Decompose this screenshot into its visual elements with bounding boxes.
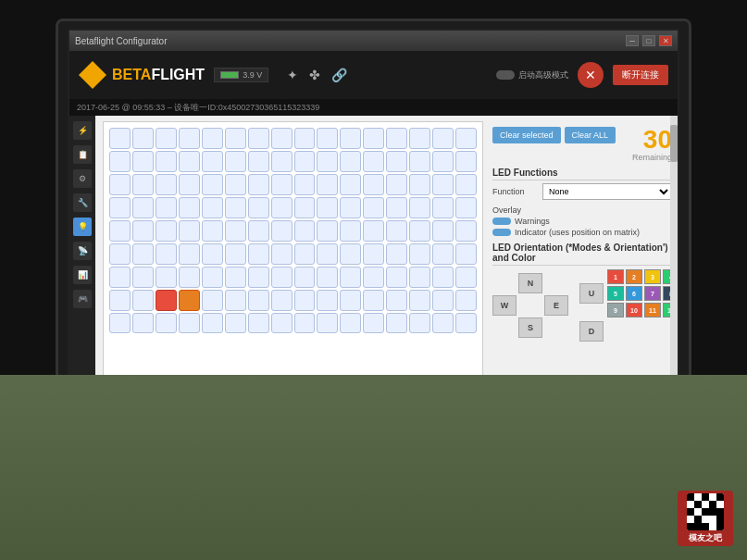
minimize-button[interactable]: ─ [626, 35, 639, 46]
link-icon[interactable]: 🔗 [331, 68, 347, 82]
led-cell[interactable] [317, 290, 338, 311]
led-cell[interactable] [225, 290, 246, 311]
led-cell[interactable] [386, 174, 407, 195]
led-cell[interactable] [109, 220, 131, 242]
led-cell[interactable] [179, 151, 200, 172]
led-cell[interactable] [271, 220, 293, 242]
led-cell[interactable] [409, 220, 430, 242]
led-cell[interactable] [248, 197, 269, 218]
led-cell[interactable] [132, 174, 154, 195]
led-cell[interactable] [225, 313, 246, 334]
maximize-button[interactable]: □ [642, 35, 655, 46]
color-cell-c9[interactable]: 9 [607, 303, 624, 317]
led-cell[interactable] [271, 128, 293, 149]
led-cell[interactable] [156, 174, 177, 195]
led-cell[interactable] [179, 243, 200, 265]
compass-e-btn[interactable]: E [544, 295, 568, 316]
sidebar-icon-3[interactable]: ⚙ [73, 169, 92, 188]
led-cell[interactable] [363, 128, 384, 149]
led-cell[interactable] [132, 243, 154, 265]
color-cell-c7[interactable]: 7 [644, 286, 661, 301]
led-cell[interactable] [340, 290, 361, 311]
led-cell[interactable] [202, 197, 223, 218]
led-cell[interactable] [386, 313, 407, 334]
sidebar-icon-2[interactable]: 📋 [73, 145, 92, 164]
color-cell-c5[interactable]: 5 [607, 286, 624, 301]
led-cell[interactable] [132, 267, 154, 288]
led-cell[interactable] [363, 197, 384, 218]
sidebar-icon-1[interactable]: ⚡ [73, 121, 92, 140]
led-cell[interactable] [156, 197, 177, 218]
led-cell[interactable] [225, 267, 246, 288]
led-cell[interactable] [109, 197, 131, 218]
led-cell[interactable] [317, 313, 338, 334]
led-cell[interactable] [340, 128, 361, 149]
indicator-toggle[interactable] [492, 229, 511, 236]
led-cell[interactable] [363, 174, 384, 195]
compass-s-btn[interactable]: S [518, 317, 542, 338]
sidebar-icon-8[interactable]: 🎮 [73, 290, 92, 308]
led-cell[interactable] [248, 243, 269, 265]
led-cell[interactable] [340, 267, 361, 288]
color-cell-c6[interactable]: 6 [626, 286, 642, 301]
led-cell[interactable] [294, 128, 316, 149]
disconnect-button[interactable]: 断开连接 [613, 65, 668, 85]
led-cell[interactable] [363, 290, 384, 311]
led-cell[interactable] [271, 174, 293, 195]
led-cell[interactable] [294, 313, 316, 334]
led-cell[interactable] [409, 313, 430, 334]
advanced-mode-toggle[interactable]: 启动高级模式 [496, 69, 568, 81]
led-cell[interactable] [363, 151, 384, 172]
led-cell[interactable] [156, 128, 177, 149]
led-cell[interactable] [109, 128, 131, 149]
led-cell[interactable] [156, 151, 177, 172]
led-cell[interactable] [409, 197, 430, 218]
led-cell[interactable] [317, 197, 338, 218]
led-cell[interactable] [340, 243, 361, 265]
clear-all-button[interactable]: Clear ALL [565, 127, 616, 143]
led-cell[interactable] [248, 151, 269, 172]
led-cell[interactable] [317, 243, 338, 265]
led-cell[interactable] [432, 151, 454, 172]
led-cell[interactable] [271, 313, 293, 334]
sidebar-icon-led[interactable]: 💡 [73, 218, 92, 236]
led-cell[interactable] [248, 313, 269, 334]
color-cell-c2[interactable]: 2 [626, 269, 642, 284]
led-cell[interactable] [409, 243, 430, 265]
led-cell[interactable] [317, 151, 338, 172]
led-cell[interactable] [294, 151, 316, 172]
sidebar-icon-4[interactable]: 🔧 [73, 193, 92, 212]
compass-u-btn[interactable]: U [579, 283, 604, 304]
scrollbar-thumb[interactable] [670, 125, 678, 162]
led-cell[interactable] [432, 128, 454, 149]
led-cell[interactable] [271, 243, 293, 265]
compass-n-btn[interactable]: N [518, 273, 542, 293]
led-cell[interactable] [248, 290, 269, 311]
sidebar-icon-6[interactable]: 📡 [73, 242, 92, 260]
led-cell[interactable] [386, 243, 407, 265]
led-cell[interactable] [132, 313, 154, 334]
led-cell[interactable] [271, 267, 293, 288]
compass-d-btn[interactable]: D [579, 321, 604, 342]
led-cell[interactable] [455, 220, 477, 242]
led-cell[interactable] [455, 151, 477, 172]
led-cell[interactable] [248, 220, 269, 242]
led-cell[interactable] [363, 313, 384, 334]
led-cell[interactable] [432, 243, 454, 265]
led-cell[interactable] [409, 290, 430, 311]
led-cell[interactable] [109, 174, 131, 195]
led-cell[interactable] [455, 243, 477, 265]
led-cell[interactable] [409, 267, 430, 288]
function-select[interactable]: None [542, 183, 672, 200]
led-cell[interactable] [156, 243, 177, 265]
led-cell[interactable] [317, 174, 338, 195]
led-cell[interactable] [317, 267, 338, 288]
led-cell[interactable] [109, 243, 131, 265]
led-cell[interactable] [225, 197, 246, 218]
led-cell[interactable] [409, 151, 430, 172]
led-cell[interactable] [432, 267, 454, 288]
led-cell[interactable] [132, 220, 154, 242]
led-cell[interactable] [432, 197, 454, 218]
led-cell[interactable] [386, 197, 407, 218]
led-cell[interactable] [132, 128, 154, 149]
